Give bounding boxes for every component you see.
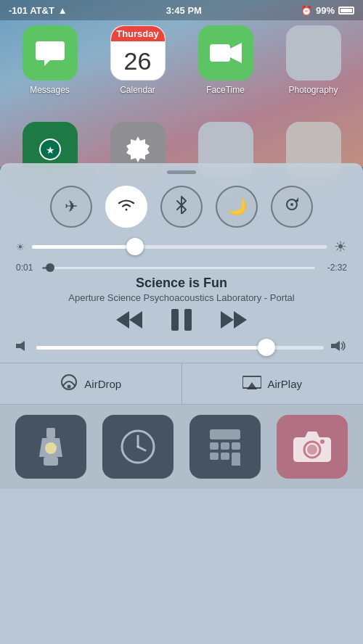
air-row: AirDrop AirPlay: [0, 363, 363, 404]
photography-label: Photography: [288, 85, 338, 95]
starbucks-svg: ★: [36, 135, 65, 164]
wifi-icon: [117, 197, 136, 217]
media-player: 0:01 -2:32 Science is Fun Aperture Scien…: [0, 258, 363, 339]
drag-handle-bar: [167, 170, 196, 174]
svg-rect-18: [46, 428, 55, 438]
quick-actions-row: [0, 405, 363, 489]
app-facetime[interactable]: FaceTime: [186, 25, 266, 95]
photography-icon: [286, 25, 341, 80]
calculator-icon: [208, 428, 242, 466]
calculator-button[interactable]: [189, 415, 261, 479]
moon-icon: 🌙: [227, 197, 247, 216]
messages-icon: [23, 25, 78, 80]
calendar-date: 26: [124, 49, 152, 73]
brightness-max-icon: ☀: [334, 238, 347, 255]
svg-marker-1: [230, 43, 242, 63]
progress-thumb[interactable]: [46, 263, 54, 272]
airplay-button[interactable]: AirPlay: [182, 363, 364, 404]
facetime-icon: [198, 25, 253, 80]
facetime-svg: [210, 41, 242, 65]
svg-rect-28: [221, 442, 229, 450]
bluetooth-icon: [176, 195, 187, 218]
messages-label: Messages: [30, 85, 70, 95]
fast-forward-button[interactable]: [221, 310, 247, 330]
svg-rect-30: [210, 453, 219, 460]
track-progress-row: 0:01 -2:32: [16, 263, 347, 273]
progress-track[interactable]: [42, 267, 315, 269]
volume-thumb[interactable]: [258, 339, 275, 356]
battery-icon: [338, 7, 354, 15]
svg-rect-26: [210, 429, 240, 439]
camera-icon: [293, 432, 331, 462]
volume-slider[interactable]: [36, 346, 324, 350]
do-not-disturb-button[interactable]: 🌙: [216, 186, 258, 228]
calendar-body: 26: [111, 41, 165, 80]
toggle-row: ✈ 🌙: [0, 178, 363, 235]
bluetooth-svg: [176, 195, 187, 214]
status-right: ⏰ 99%: [301, 5, 354, 16]
airdrop-button[interactable]: AirDrop: [0, 363, 182, 404]
svg-rect-29: [232, 442, 240, 450]
brightness-thumb[interactable]: [126, 238, 144, 255]
brightness-fill: [32, 245, 135, 249]
battery-label: 99%: [316, 5, 335, 16]
messages-svg: [34, 37, 66, 69]
svg-marker-7: [129, 311, 142, 329]
svg-point-6: [290, 203, 293, 206]
wifi-status-icon: ▲: [58, 5, 68, 16]
bluetooth-button[interactable]: [160, 186, 203, 228]
alarm-icon: ⏰: [301, 5, 312, 16]
facetime-label: FaceTime: [206, 85, 245, 95]
playback-controls: [16, 309, 347, 331]
airplay-svg: [242, 373, 261, 391]
track-artist: Aperture Science Psychoacoustics Laborat…: [16, 292, 347, 303]
svg-marker-8: [116, 311, 129, 329]
svg-rect-9: [171, 309, 179, 331]
airplay-label: AirPlay: [267, 378, 302, 390]
airplane-mode-button[interactable]: ✈: [50, 186, 92, 228]
clock-icon: [120, 429, 156, 465]
svg-text:★: ★: [45, 144, 54, 156]
volume-low-svg: [16, 339, 29, 352]
svg-marker-17: [247, 382, 257, 389]
calendar-icon-wrap: Thursday 26: [110, 25, 166, 80]
airplay-icon: [242, 373, 261, 395]
airdrop-icon: [60, 373, 78, 395]
volume-max-icon: [331, 339, 347, 355]
clock-button[interactable]: [102, 415, 174, 479]
drag-handle[interactable]: [0, 163, 363, 178]
status-time: 3:45 PM: [166, 5, 202, 16]
flashlight-button[interactable]: [15, 415, 86, 479]
brightness-slider[interactable]: [32, 245, 327, 249]
svg-point-21: [45, 442, 57, 454]
rotation-icon: [283, 196, 301, 218]
airdrop-label: AirDrop: [84, 378, 121, 390]
svg-line-24: [138, 447, 145, 450]
rotation-svg: [283, 196, 301, 213]
app-messages[interactable]: Messages: [10, 25, 90, 95]
svg-marker-12: [234, 311, 247, 329]
svg-rect-27: [210, 442, 219, 450]
app-photography[interactable]: Photography: [274, 25, 354, 95]
svg-rect-10: [184, 309, 192, 331]
app-calendar[interactable]: Thursday 26 Calendar: [98, 25, 178, 95]
carrier-label: -101 AT&T: [9, 5, 54, 16]
svg-point-37: [320, 439, 325, 444]
rewind-button[interactable]: [116, 310, 142, 330]
volume-fill: [36, 346, 266, 350]
airdrop-svg: [60, 373, 78, 392]
flashlight-icon: [38, 428, 64, 466]
pause-button[interactable]: [171, 309, 192, 331]
brightness-min-icon: ☀: [16, 242, 25, 252]
volume-min-icon: [16, 339, 29, 355]
status-bar: -101 AT&T ▲ 3:45 PM ⏰ 99%: [0, 0, 363, 20]
svg-rect-20: [44, 457, 58, 466]
control-center: ✈ 🌙: [0, 163, 363, 644]
svg-marker-14: [331, 341, 340, 351]
wifi-button[interactable]: [105, 186, 147, 228]
camera-button[interactable]: [277, 415, 348, 479]
rotation-lock-button[interactable]: [271, 186, 313, 228]
settings-svg: [122, 133, 154, 165]
svg-point-36: [307, 445, 317, 455]
svg-rect-32: [232, 453, 240, 466]
